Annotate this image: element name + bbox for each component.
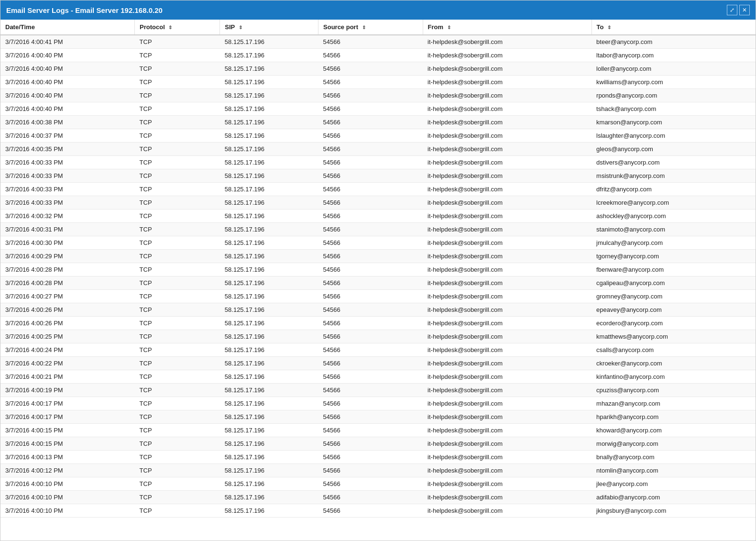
cell-sourceport: 54566 [318,330,423,343]
table-row[interactable]: 3/7/2016 4:00:12 PMTCP58.125.17.19654566… [0,464,756,477]
table-row[interactable]: 3/7/2016 4:00:33 PMTCP58.125.17.19654566… [0,196,756,210]
cell-datetime: 3/7/2016 4:00:10 PM [0,504,135,518]
cell-protocol: TCP [135,156,220,169]
col-label-from: From [428,23,444,31]
cell-to: mhazan@anycorp.com [592,397,756,410]
cell-to: bnally@anycorp.com [592,451,756,464]
cell-datetime: 3/7/2016 4:00:17 PM [0,397,135,410]
cell-protocol: TCP [135,223,220,236]
table-row[interactable]: 3/7/2016 4:00:35 PMTCP58.125.17.19654566… [0,143,756,156]
cell-from: it-helpdesk@sobergrill.com [423,290,592,303]
cell-sourceport: 54566 [318,410,423,424]
cell-datetime: 3/7/2016 4:00:33 PM [0,156,135,169]
table-row[interactable]: 3/7/2016 4:00:41 PMTCP58.125.17.19654566… [0,35,756,49]
cell-sourceport: 54566 [318,451,423,464]
cell-sourceport: 54566 [318,183,423,196]
cell-datetime: 3/7/2016 4:00:22 PM [0,357,135,370]
cell-datetime: 3/7/2016 4:00:26 PM [0,317,135,330]
table-row[interactable]: 3/7/2016 4:00:30 PMTCP58.125.17.19654566… [0,236,756,250]
col-label-to: To [597,23,604,31]
cell-to: ntomlin@anycorp.com [592,464,756,477]
col-header-from[interactable]: From ⇕ [423,20,592,35]
table-row[interactable]: 3/7/2016 4:00:19 PMTCP58.125.17.19654566… [0,384,756,397]
cell-to: fbenware@anycorp.com [592,263,756,276]
window-title: Email Server Logs - Email Server 192.168… [6,6,163,14]
cell-to: ckroeker@anycorp.com [592,357,756,370]
minimize-button[interactable]: ⤢ [727,5,737,15]
table-row[interactable]: 3/7/2016 4:00:22 PMTCP58.125.17.19654566… [0,357,756,370]
cell-from: it-helpdesk@sobergrill.com [423,35,592,49]
sort-icon-sourceport: ⇕ [362,25,366,30]
cell-protocol: TCP [135,370,220,384]
col-label-sip: SIP [225,23,235,31]
table-row[interactable]: 3/7/2016 4:00:28 PMTCP58.125.17.19654566… [0,263,756,276]
table-row[interactable]: 3/7/2016 4:00:15 PMTCP58.125.17.19654566… [0,424,756,437]
sort-icon-to: ⇕ [607,25,611,30]
table-row[interactable]: 3/7/2016 4:00:40 PMTCP58.125.17.19654566… [0,102,756,116]
table-row[interactable]: 3/7/2016 4:00:25 PMTCP58.125.17.19654566… [0,330,756,343]
table-row[interactable]: 3/7/2016 4:00:33 PMTCP58.125.17.19654566… [0,183,756,196]
table-row[interactable]: 3/7/2016 4:00:13 PMTCP58.125.17.19654566… [0,451,756,464]
table-row[interactable]: 3/7/2016 4:00:17 PMTCP58.125.17.19654566… [0,397,756,410]
close-icon: ✕ [742,7,747,13]
cell-from: it-helpdesk@sobergrill.com [423,276,592,290]
table-row[interactable]: 3/7/2016 4:00:32 PMTCP58.125.17.19654566… [0,210,756,223]
cell-sip: 58.125.17.196 [220,156,318,169]
table-row[interactable]: 3/7/2016 4:00:27 PMTCP58.125.17.19654566… [0,290,756,303]
col-header-datetime[interactable]: Date/Time [0,20,135,35]
table-row[interactable]: 3/7/2016 4:00:33 PMTCP58.125.17.19654566… [0,156,756,169]
cell-sip: 58.125.17.196 [220,370,318,384]
table-row[interactable]: 3/7/2016 4:00:24 PMTCP58.125.17.19654566… [0,343,756,357]
cell-to: lcreekmore@anycorp.com [592,196,756,210]
cell-from: it-helpdesk@sobergrill.com [423,210,592,223]
table-row[interactable]: 3/7/2016 4:00:21 PMTCP58.125.17.19654566… [0,370,756,384]
cell-datetime: 3/7/2016 4:00:40 PM [0,62,135,76]
cell-sourceport: 54566 [318,49,423,62]
cell-protocol: TCP [135,437,220,451]
cell-to: morwig@anycorp.com [592,437,756,451]
table-row[interactable]: 3/7/2016 4:00:38 PMTCP58.125.17.19654566… [0,116,756,129]
table-row[interactable]: 3/7/2016 4:00:26 PMTCP58.125.17.19654566… [0,317,756,330]
col-header-to[interactable]: To ⇕ [592,20,756,35]
cell-to: ecordero@anycorp.com [592,317,756,330]
table-row[interactable]: 3/7/2016 4:00:40 PMTCP58.125.17.19654566… [0,89,756,102]
table-row[interactable]: 3/7/2016 4:00:31 PMTCP58.125.17.19654566… [0,223,756,236]
cell-to: gromney@anycorp.com [592,290,756,303]
table-row[interactable]: 3/7/2016 4:00:37 PMTCP58.125.17.19654566… [0,129,756,143]
cell-protocol: TCP [135,357,220,370]
table-row[interactable]: 3/7/2016 4:00:40 PMTCP58.125.17.19654566… [0,76,756,89]
col-header-protocol[interactable]: Protocol ⇕ [135,20,220,35]
cell-from: it-helpdesk@sobergrill.com [423,143,592,156]
cell-datetime: 3/7/2016 4:00:37 PM [0,129,135,143]
table-row[interactable]: 3/7/2016 4:00:40 PMTCP58.125.17.19654566… [0,49,756,62]
cell-from: it-helpdesk@sobergrill.com [423,410,592,424]
col-header-sourceport[interactable]: Source port ⇕ [318,20,423,35]
cell-datetime: 3/7/2016 4:00:24 PM [0,343,135,357]
table-row[interactable]: 3/7/2016 4:00:10 PMTCP58.125.17.19654566… [0,491,756,504]
table-row[interactable]: 3/7/2016 4:00:10 PMTCP58.125.17.19654566… [0,477,756,491]
cell-protocol: TCP [135,169,220,183]
cell-sip: 58.125.17.196 [220,384,318,397]
cell-protocol: TCP [135,477,220,491]
cell-protocol: TCP [135,330,220,343]
table-row[interactable]: 3/7/2016 4:00:40 PMTCP58.125.17.19654566… [0,62,756,76]
cell-sip: 58.125.17.196 [220,504,318,518]
table-row[interactable]: 3/7/2016 4:00:15 PMTCP58.125.17.19654566… [0,437,756,451]
cell-to: bteer@anycorp.com [592,35,756,49]
table-row[interactable]: 3/7/2016 4:00:28 PMTCP58.125.17.19654566… [0,276,756,290]
cell-protocol: TCP [135,196,220,210]
col-header-sip[interactable]: SIP ⇕ [220,20,318,35]
table-row[interactable]: 3/7/2016 4:00:17 PMTCP58.125.17.19654566… [0,410,756,424]
cell-protocol: TCP [135,210,220,223]
close-button[interactable]: ✕ [739,5,750,15]
email-server-logs-window: Email Server Logs - Email Server 192.168… [0,0,756,541]
table-row[interactable]: 3/7/2016 4:00:33 PMTCP58.125.17.19654566… [0,169,756,183]
table-row[interactable]: 3/7/2016 4:00:10 PMTCP58.125.17.19654566… [0,504,756,518]
table-row[interactable]: 3/7/2016 4:00:29 PMTCP58.125.17.19654566… [0,250,756,263]
cell-sip: 58.125.17.196 [220,491,318,504]
cell-from: it-helpdesk@sobergrill.com [423,223,592,236]
cell-datetime: 3/7/2016 4:00:15 PM [0,424,135,437]
cell-sourceport: 54566 [318,424,423,437]
cell-from: it-helpdesk@sobergrill.com [423,116,592,129]
table-row[interactable]: 3/7/2016 4:00:26 PMTCP58.125.17.19654566… [0,303,756,317]
